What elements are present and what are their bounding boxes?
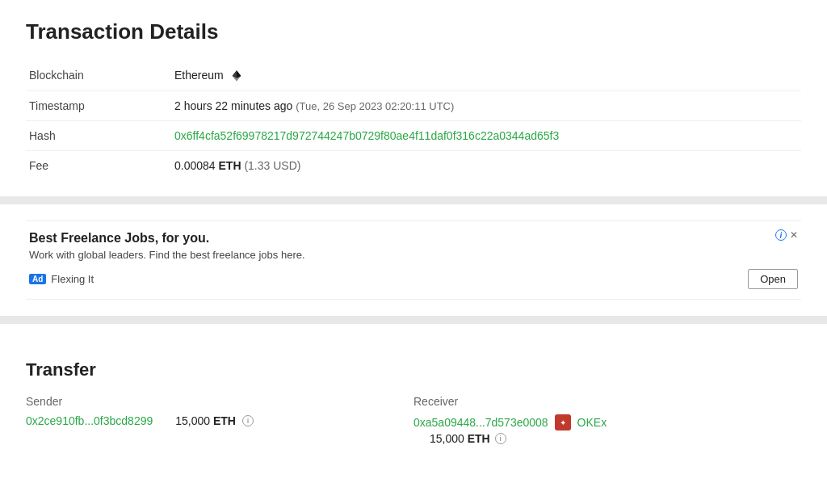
sender-column: Sender 0x2ce910fb...0f3bcd8299 15,000 ET… [26,395,414,445]
ad-footer: Ad Flexing It Open [29,269,798,289]
timestamp-label: Timestamp [26,91,171,121]
timestamp-relative: 2 hours 22 minutes ago [174,99,292,112]
fee-row: Fee 0.00084 ETH (1.33 USD) [26,151,801,181]
receiver-amount: 15,000 ETH [430,432,490,445]
timestamp-value: 2 hours 22 minutes ago (Tue, 26 Sep 2023… [171,91,801,121]
sender-label: Sender [26,395,397,408]
receiver-label: Receiver [414,395,785,408]
receiver-amount-row: 15,000 ETH i [414,432,785,445]
hash-link[interactable]: 0x6ff4cfa52f69978217d972744247b0729f80ae… [174,129,559,142]
ad-open-button[interactable]: Open [748,269,798,289]
transfer-grid: Sender 0x2ce910fb...0f3bcd8299 15,000 ET… [26,395,801,445]
ad-description: Work with global leaders. Find the best … [29,249,798,261]
sender-info-icon[interactable]: i [242,415,254,426]
timestamp-detail: (Tue, 26 Sep 2023 02:20:11 UTC) [296,100,454,112]
sender-amount: 15,000 ETH [175,414,236,427]
ad-close-icon[interactable]: ✕ [790,229,798,241]
receiver-info-icon[interactable]: i [495,433,506,444]
section-divider [0,196,827,204]
receiver-column: Receiver 0xa5a09448...7d573e0008 OKEx 15… [414,395,801,445]
ad-controls: i ✕ [775,229,798,241]
hash-label: Hash [26,121,171,151]
timestamp-row: Timestamp 2 hours 22 minutes ago (Tue, 2… [26,91,801,121]
transfer-section: Transfer Sender 0x2ce910fb...0f3bcd8299 … [26,340,801,445]
okex-icon [555,414,571,430]
ad-section: i ✕ Best Freelance Jobs, for you. Work w… [26,220,801,300]
section-divider-2 [0,316,827,324]
receiver-row: 0xa5a09448...7d573e0008 OKEx [414,414,785,430]
ad-badge-row: Ad Flexing It [29,273,94,285]
receiver-address-link[interactable]: 0xa5a09448...7d573e0008 [414,416,548,429]
ad-company: Flexing It [51,273,94,285]
transfer-title: Transfer [26,359,801,380]
hash-row: Hash 0x6ff4cfa52f69978217d972744247b0729… [26,121,801,151]
sender-row: 0x2ce910fb...0f3bcd8299 15,000 ETH i [26,414,397,427]
svg-marker-2 [232,71,236,78]
fee-value: 0.00084 ETH (1.33 USD) [171,151,801,181]
ad-headline: Best Freelance Jobs, for you. [29,231,798,246]
blockchain-label: Blockchain [26,61,171,91]
fee-usd: (1.33 USD) [244,159,300,172]
ethereum-icon [230,69,243,82]
sender-address-link[interactable]: 0x2ce910fb...0f3bcd8299 [26,414,153,427]
hash-value: 0x6ff4cfa52f69978217d972744247b0729f80ae… [171,121,801,151]
ad-badge: Ad [29,274,46,284]
fee-eth-symbol: ETH [219,159,241,172]
details-table: Blockchain Ethereum Timestamp 2 hours 2 [26,61,801,180]
page-title: Transaction Details [26,19,801,44]
svg-marker-3 [237,71,241,78]
fee-label: Fee [26,151,171,181]
fee-eth-amount: 0.00084 [174,159,216,172]
ad-info-icon[interactable]: i [775,229,787,241]
receiver-exchange-tag[interactable]: OKEx [577,416,607,429]
blockchain-row: Blockchain Ethereum [26,61,801,91]
blockchain-value: Ethereum [171,61,801,91]
